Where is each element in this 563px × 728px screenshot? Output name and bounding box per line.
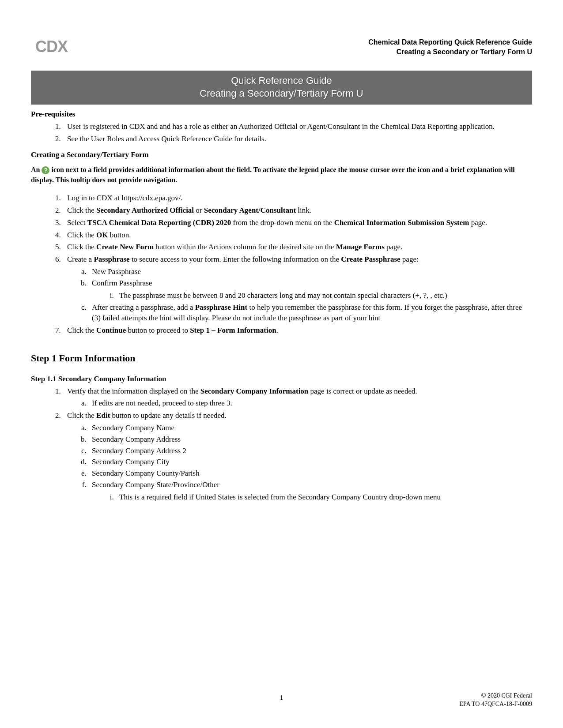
step1-1-heading: Step 1.1 Secondary Company Information	[31, 375, 532, 383]
detail-item: The passphrase must be between 8 and 20 …	[116, 290, 532, 301]
company-info-list: Verify that the information displayed on…	[31, 386, 532, 503]
bold-text: Create Passphrase	[341, 255, 400, 263]
detail-item: This is a required field if United State…	[116, 492, 532, 503]
field-item: Secondary Company County/Parish	[88, 468, 532, 479]
text: Click the	[67, 326, 96, 334]
field-item: Secondary Company State/Province/Other T…	[88, 480, 532, 503]
info-icon-note: An ? icon next to a field provides addit…	[31, 165, 532, 185]
step-item: Click the OK button.	[63, 230, 532, 240]
bold-text: Chemical Information Submission System	[334, 218, 469, 227]
text: Verify that the information displayed on…	[67, 387, 200, 395]
sublist: If edits are not needed, proceed to step…	[67, 398, 532, 409]
passphrase-sublist: New Passphrase Confirm Passphrase The pa…	[67, 266, 532, 323]
sub-item: After creating a passphrase, add a Passp…	[88, 302, 532, 323]
field-item: Secondary Company Address	[88, 434, 532, 445]
text: page.	[469, 218, 487, 227]
title-banner: Quick Reference Guide Creating a Seconda…	[31, 71, 532, 105]
text: page.	[385, 243, 403, 251]
bold-text: Secondary Company Information	[200, 387, 309, 395]
bold-text: TSCA Chemical Data Reporting (CDR) 2020	[87, 218, 231, 227]
header-right: Chemical Data Reporting Quick Reference …	[31, 38, 532, 57]
text: Select	[67, 218, 87, 227]
creating-heading: Creating a Secondary/Tertiary Form	[31, 150, 532, 159]
bold-text: OK	[96, 231, 108, 239]
text: from the drop-down menu on the	[231, 218, 334, 227]
step-item: Click the Create New Form button within …	[63, 242, 532, 252]
bold-text: Edit	[96, 411, 110, 420]
text: or	[194, 206, 204, 214]
text: Confirm Passphrase	[92, 279, 152, 287]
creating-steps-list: Log in to CDX at https://cdx.epa.gov/. C…	[31, 193, 532, 336]
text: Secondary Company State/Province/Other	[92, 480, 219, 489]
text: button to update any details if needed.	[110, 411, 226, 420]
step-item: Select TSCA Chemical Data Reporting (CDR…	[63, 218, 532, 228]
passphrase-detail-list: The passphrase must be between 8 and 20 …	[92, 290, 532, 301]
text: .	[276, 326, 278, 334]
note-prefix: An	[31, 166, 42, 173]
edit-fields-list: Secondary Company Name Secondary Company…	[67, 423, 532, 503]
text: After creating a passphrase, add a	[92, 303, 195, 311]
bold-text: Passphrase Hint	[195, 303, 248, 311]
bold-text: Secondary Authorized Official	[96, 206, 194, 214]
text: button within the Actions column for the…	[154, 243, 336, 251]
header-line1: Chemical Data Reporting Quick Reference …	[31, 38, 532, 47]
bold-text: Step 1 – Form Information	[190, 326, 276, 334]
step1-heading: Step 1 Form Information	[31, 353, 532, 364]
page-number: 1	[31, 694, 532, 702]
text: button.	[108, 231, 131, 239]
header-line2: Creating a Secondary or Tertiary Form U	[31, 47, 532, 57]
info-icon: ?	[42, 166, 49, 174]
text: button to proceed to	[126, 326, 190, 334]
bold-text: Secondary Agent/Consultant	[204, 206, 296, 214]
text: Click the	[67, 411, 96, 420]
text: Create a	[67, 255, 94, 263]
list-item: Click the Edit button to update any deta…	[63, 410, 532, 502]
sub-item: If edits are not needed, proceed to step…	[88, 398, 532, 409]
text: page is correct or update as needed.	[308, 387, 417, 395]
text: Click the	[67, 231, 96, 239]
text: link.	[296, 206, 311, 214]
text: Click the	[67, 243, 96, 251]
banner-line2: Creating a Secondary/Tertiary Form U	[31, 87, 532, 100]
field-item: Secondary Company Name	[88, 423, 532, 433]
text: Log in to CDX at	[67, 194, 121, 202]
contract-number: EPA TO 47QFCA-18-F-0009	[459, 700, 532, 709]
prereq-item: User is registered in CDX and and has a …	[63, 121, 532, 132]
text: page:	[401, 255, 419, 263]
prerequisites-list: User is registered in CDX and and has a …	[31, 121, 532, 144]
field-item: Secondary Company City	[88, 457, 532, 467]
page-footer: 1 © 2020 CGI Federal EPA TO 47QFCA-18-F-…	[31, 694, 532, 702]
field-detail-list: This is a required field if United State…	[92, 492, 532, 503]
step-item: Log in to CDX at https://cdx.epa.gov/.	[63, 193, 532, 203]
prerequisites-heading: Pre-requisites	[31, 110, 532, 119]
footer-right: © 2020 CGI Federal EPA TO 47QFCA-18-F-00…	[459, 692, 532, 709]
bold-text: Manage Forms	[336, 243, 385, 251]
step-item: Click the Continue button to proceed to …	[63, 325, 532, 336]
step-item: Click the Secondary Authorized Official …	[63, 205, 532, 216]
text: to secure access to your form. Enter the…	[130, 255, 341, 263]
note-suffix: icon next to a field provides additional…	[31, 166, 515, 184]
sub-item: New Passphrase	[88, 266, 532, 277]
text: .	[181, 194, 182, 202]
copyright: © 2020 CGI Federal	[459, 692, 532, 700]
step-item: Create a Passphrase to secure access to …	[63, 254, 532, 323]
text: Click the	[67, 206, 96, 214]
sub-item: Confirm Passphrase The passphrase must b…	[88, 278, 532, 301]
cdx-logo: CDX	[35, 38, 68, 56]
bold-text: Create New Form	[96, 243, 154, 251]
list-item: Verify that the information displayed on…	[63, 386, 532, 409]
prereq-item: See the User Roles and Access Quick Refe…	[63, 134, 532, 144]
bold-text: Continue	[96, 326, 126, 334]
banner-line1: Quick Reference Guide	[31, 74, 532, 87]
bold-text: Passphrase	[94, 255, 129, 263]
cdx-login-link[interactable]: https://cdx.epa.gov/	[121, 194, 181, 202]
field-item: Secondary Company Address 2	[88, 446, 532, 456]
